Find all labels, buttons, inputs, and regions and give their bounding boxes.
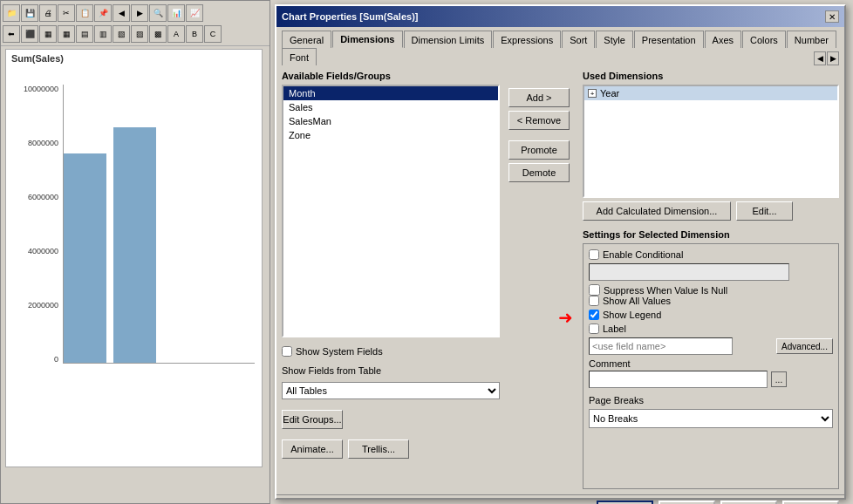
apply-button[interactable]: Apply <box>720 501 777 504</box>
used-dims-list[interactable]: + Year <box>583 85 839 198</box>
enable-conditional-checkbox[interactable] <box>589 249 599 260</box>
tb-btn-6[interactable]: 📌 <box>94 4 112 22</box>
list-item-zone[interactable]: Zone <box>283 128 498 142</box>
tb-btn-3[interactable]: 🖨 <box>39 4 57 22</box>
tb-btn-9[interactable]: 🔍 <box>149 4 167 22</box>
tb-btn-1[interactable]: 📁 <box>3 4 20 22</box>
cancel-button[interactable]: Cancel <box>659 501 715 504</box>
chart-canvas: 10000000 8000000 6000000 4000000 2000000… <box>6 67 262 398</box>
y-label-1: 10000000 <box>10 85 58 93</box>
fields-list[interactable]: Month Sales SalesMan Zone <box>282 85 500 337</box>
show-all-values-label: Show All Values <box>603 296 671 306</box>
tb-btn-7[interactable]: ◀ <box>113 4 130 22</box>
animate-button[interactable]: Animate... <box>282 439 343 459</box>
suppress-null-checkbox[interactable] <box>589 284 600 296</box>
add-button[interactable]: Add > <box>508 88 570 107</box>
right-action-row: Add Calculated Dimension... Edit... <box>583 201 839 221</box>
tab-right-arrow[interactable]: ▶ <box>827 51 839 65</box>
list-item-salesman[interactable]: SalesMan <box>283 114 498 128</box>
settings-label: Settings for Selected Dimension <box>583 229 839 240</box>
enable-conditional-label: Enable Conditional <box>603 249 683 260</box>
bottom-buttons: Edit Groups... <box>282 410 500 429</box>
bars-area <box>63 85 255 364</box>
tb-btn-21[interactable]: A <box>167 25 185 43</box>
demote-button[interactable]: Demote <box>508 163 570 182</box>
tb-btn-19[interactable]: ▨ <box>131 25 148 43</box>
expand-icon[interactable]: + <box>588 89 597 98</box>
tb-btn-4[interactable]: ✂ <box>58 4 75 22</box>
show-legend-checkbox[interactable] <box>589 310 599 320</box>
arrow-indicator: ➜ <box>558 307 573 328</box>
tab-colors[interactable]: Colors <box>742 31 786 48</box>
tb-btn-5[interactable]: 📋 <box>76 4 93 22</box>
tb-btn-8[interactable]: ▶ <box>131 4 148 22</box>
toolbar-row-1: 📁 💾 🖨 ✂ 📋 📌 ◀ ▶ 🔍 📊 📈 <box>3 3 268 24</box>
tab-axes[interactable]: Axes <box>705 31 741 48</box>
tab-presentation[interactable]: Presentation <box>634 31 704 48</box>
bar-2 <box>113 127 156 363</box>
tab-sort[interactable]: Sort <box>562 31 595 48</box>
tab-nav-arrows: ◀ ▶ <box>814 51 839 65</box>
show-all-values-checkbox[interactable] <box>589 296 599 306</box>
used-dims-label: Used Dimensions <box>583 71 839 81</box>
advanced-button[interactable]: Advanced... <box>776 338 833 354</box>
tab-general[interactable]: General <box>282 31 331 48</box>
y-label-4: 4000000 <box>10 247 58 255</box>
tab-style[interactable]: Style <box>596 31 632 48</box>
conditional-input[interactable] <box>589 263 789 281</box>
tb-btn-17[interactable]: ▥ <box>94 25 112 43</box>
comment-row: Comment <box>589 358 833 369</box>
tb-btn-20[interactable]: ▩ <box>149 25 167 43</box>
tb-btn-10[interactable]: 📊 <box>167 4 185 22</box>
dialog-title: Chart Properties [Sum(Sales)] <box>282 11 418 22</box>
label-checkbox[interactable] <box>589 324 599 334</box>
promote-button[interactable]: Promote <box>508 140 570 160</box>
list-item-sales[interactable]: Sales <box>283 100 498 114</box>
tab-dimensions[interactable]: Dimensions <box>332 31 402 48</box>
page-breaks-section: Page Breaks No Breaks <box>589 395 833 428</box>
tab-expressions[interactable]: Expressions <box>493 31 561 48</box>
comment-dots-button[interactable]: ... <box>771 371 787 387</box>
list-item-month[interactable]: Month <box>283 86 498 100</box>
tb-btn-12[interactable]: ⬅ <box>3 25 20 43</box>
close-button[interactable]: ✕ <box>825 10 839 23</box>
show-system-fields-row: Show System Fields <box>282 346 500 357</box>
tb-btn-13[interactable]: ⬛ <box>21 25 38 43</box>
show-system-fields-label: Show System Fields <box>296 346 383 357</box>
add-calculated-dimension-button[interactable]: Add Calculated Dimension... <box>583 201 731 221</box>
tb-btn-2[interactable]: 💾 <box>21 4 38 22</box>
tabs-bar: General Dimensions Dimension Limits Expr… <box>276 27 844 65</box>
page-breaks-dropdown[interactable]: No Breaks <box>589 409 833 428</box>
remove-button[interactable]: < Remove <box>508 111 570 130</box>
tb-btn-15[interactable]: ▦ <box>58 25 75 43</box>
help-button[interactable]: Help <box>782 501 839 504</box>
tb-btn-16[interactable]: ▤ <box>76 25 93 43</box>
table-dropdown[interactable]: All Tables <box>282 382 500 399</box>
tb-btn-11[interactable]: 📈 <box>186 4 203 22</box>
comment-input[interactable] <box>589 371 768 388</box>
middle-panel: Add > < Remove Promote Demote <box>508 71 574 489</box>
page-breaks-label: Page Breaks <box>589 395 833 405</box>
tab-dimension-limits[interactable]: Dimension Limits <box>404 31 493 48</box>
y-label-2: 8000000 <box>10 139 58 147</box>
tb-btn-23[interactable]: C <box>204 25 222 43</box>
show-system-fields-checkbox[interactable] <box>282 346 292 357</box>
enable-conditional-row: Enable Conditional <box>589 249 833 260</box>
tab-left-arrow[interactable]: ◀ <box>814 51 826 65</box>
tab-number[interactable]: Number <box>787 31 836 48</box>
tb-btn-14[interactable]: ▦ <box>39 25 57 43</box>
tb-btn-22[interactable]: B <box>186 25 203 43</box>
trellis-button[interactable]: Trellis... <box>348 439 409 459</box>
comment-label: Comment <box>589 358 631 369</box>
used-item-year[interactable]: + Year <box>584 86 837 100</box>
ok-button[interactable]: OK <box>597 501 653 504</box>
edit-dimension-button[interactable]: Edit... <box>736 201 793 221</box>
right-panel: Used Dimensions + Year Add Calculated Di… <box>583 71 839 489</box>
chart-title: Sum(Sales) <box>6 50 262 67</box>
tab-font[interactable]: Font <box>282 48 317 65</box>
bottom-buttons-2: Animate... Trellis... <box>282 439 500 459</box>
label-input[interactable] <box>589 337 733 355</box>
edit-groups-button[interactable]: Edit Groups... <box>282 410 343 429</box>
tb-btn-18[interactable]: ▧ <box>113 25 130 43</box>
y-label-5: 2000000 <box>10 301 58 310</box>
